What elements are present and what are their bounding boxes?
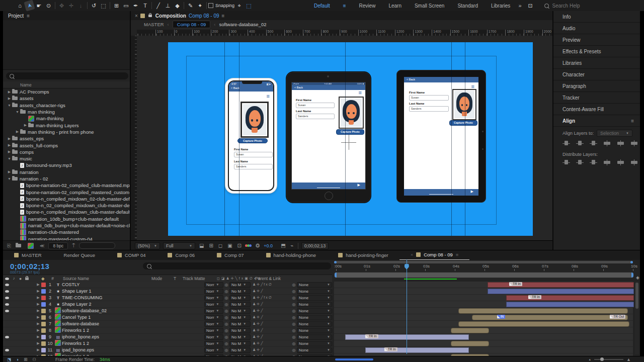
layer-marker[interactable]: TR Out	[610, 315, 625, 319]
layer-visibility-toggle[interactable]	[3, 302, 11, 307]
time-ruler[interactable]: :00s01s02s03s04s05s06s07s08s09s10s	[334, 264, 633, 271]
track-matte-dropdown[interactable]: No M▼	[229, 315, 251, 320]
brainstorm-icon[interactable]: ⚇	[32, 357, 36, 362]
panel-menu-icon[interactable]: ≡	[631, 118, 634, 124]
distribute-top-icon[interactable]	[562, 159, 570, 165]
layer-switches[interactable]: ♟✛╱	[251, 322, 291, 326]
lock-icon[interactable]	[148, 15, 152, 17]
layer-switches[interactable]: ♟✛╱	[251, 328, 291, 332]
project-tree-item[interactable]: ♪bensound-sunny.mp3	[3, 162, 130, 168]
parent-link-dropdown[interactable]: None▼	[297, 334, 332, 340]
layer-twirl[interactable]: ▶	[35, 289, 41, 293]
layer-row[interactable]: ▶10Fireworks 1 2Norr▼◎No M▼♟✛╱◎None▼	[3, 340, 332, 347]
dock-panel-character[interactable]: Character	[553, 69, 640, 80]
project-tree-item[interactable]: ▶assets_full-comps	[3, 142, 130, 148]
dock-panel-preview[interactable]: Preview	[553, 34, 640, 46]
distribute-center-v-icon[interactable]	[576, 159, 584, 165]
layer-visibility-toggle[interactable]	[3, 295, 11, 300]
track-matte-dropdown[interactable]: No M▼	[229, 334, 251, 340]
mask-visibility-icon[interactable]: ◻	[217, 243, 223, 248]
blend-mode-dropdown[interactable]: Norr▼	[204, 315, 223, 320]
layer-name[interactable]: software-database_02	[62, 308, 204, 313]
parent-pick-whip-icon[interactable]: ◎	[291, 283, 297, 287]
blend-mode-dropdown[interactable]: Norr▼	[204, 308, 223, 314]
matte-pick-whip-icon[interactable]: ◎	[223, 296, 229, 300]
dock-panel-audio[interactable]: Audio	[553, 23, 640, 34]
help-search[interactable]	[544, 3, 609, 9]
parent-link-dropdown[interactable]: None▼	[297, 282, 332, 288]
layer-color-chip[interactable]	[41, 302, 46, 307]
source-name-column-label[interactable]: Source Name	[57, 276, 151, 281]
type-tool[interactable]: T	[140, 1, 150, 10]
pen-tool[interactable]: ✒	[131, 1, 140, 10]
interpret-footage-icon[interactable]: ⎘	[7, 243, 11, 249]
project-tree-item[interactable]: ▶man thinking - print from phone	[3, 129, 130, 135]
workspace-overflow[interactable]: »	[518, 3, 521, 9]
blend-mode-dropdown[interactable]: Norr▼	[204, 341, 223, 346]
project-tree-item[interactable]: ▶comps	[3, 149, 130, 155]
panel-menu-icon[interactable]: ≡	[222, 13, 225, 19]
rulers-icon[interactable]: ⊡	[236, 243, 243, 248]
project-tree-item[interactable]: ▶assets	[3, 95, 130, 102]
project-tree-item[interactable]: ♪bpone-narration-02_compiled_mastered_cu…	[3, 189, 130, 195]
timeline-vertical-scrollbar[interactable]	[635, 282, 639, 354]
layer-duration-bar[interactable]	[458, 308, 628, 314]
dolly-camera-tool[interactable]: ↓	[76, 1, 86, 10]
layer-switches[interactable]: ♟✛╱fx∅	[251, 283, 291, 287]
layer-track[interactable]: TR In	[334, 282, 633, 288]
project-search[interactable]	[6, 72, 128, 79]
layer-color-chip[interactable]	[41, 348, 46, 352]
layer-duration-bar[interactable]	[506, 302, 634, 307]
layer-name[interactable]: iphone_bpone.eps	[62, 334, 204, 339]
workspace-learn[interactable]: Learn	[388, 3, 401, 9]
blend-mode-dropdown[interactable]: Norr▼	[204, 302, 223, 307]
layer-visibility-toggle[interactable]	[3, 347, 11, 352]
layer-row[interactable]: ▶5software-database_02Norr▼◎No M▼♟✛╱◎Non…	[3, 308, 332, 314]
align-right-icon[interactable]	[590, 140, 597, 146]
layer-visibility-toggle[interactable]	[3, 308, 11, 313]
layer-twirl[interactable]: ▶	[35, 335, 41, 339]
layer-marker[interactable]: IN	[497, 315, 506, 319]
layer-visibility-toggle[interactable]	[3, 289, 11, 294]
panel-menu-icon[interactable]: ≡	[27, 13, 30, 19]
t-column-label[interactable]: T	[174, 276, 183, 281]
layer-twirl[interactable]: ▶	[35, 322, 41, 326]
track-matte-dropdown[interactable]: No M▼	[229, 347, 251, 353]
exposure-value[interactable]: +0.0	[264, 243, 273, 248]
layer-visibility-toggle[interactable]	[3, 334, 11, 339]
frame-blending-icon[interactable]: ⬔	[7, 357, 11, 362]
workspace-default[interactable]: Default	[314, 3, 330, 9]
parent-link-dropdown[interactable]: None▼	[297, 321, 332, 327]
composition-viewport[interactable]: 4:57 ▮▯▸ < Back ≡ Capture Photo First Na…	[137, 36, 552, 240]
project-tree-item[interactable]: ▼narration - 02	[3, 175, 130, 182]
timeline-horizontal-scroll-indicator[interactable]	[335, 358, 373, 360]
parent-link-dropdown[interactable]: None▼	[297, 341, 332, 346]
layer-track[interactable]	[334, 288, 633, 295]
dock-panel-effects-presets[interactable]: Effects & Presets	[553, 46, 640, 57]
breadcrumb-child[interactable]: software-database_02	[219, 22, 267, 27]
project-tree-item[interactable]: narrati_0db_bump+club-master-default+noi…	[3, 222, 130, 229]
layer-row[interactable]: ▶3TTIME-CONSUMINGNorr▼◎No M▼♟✛╱fx∅◎None▼	[3, 295, 332, 301]
new-composition-icon[interactable]	[28, 243, 34, 249]
dock-panel-paragraph[interactable]: Paragraph	[553, 80, 640, 92]
pan-behind-tool[interactable]: ⊞	[112, 1, 121, 10]
layer-switches[interactable]: ♟✛╱	[251, 309, 291, 313]
timeline-zoom-control[interactable]: ▲ ▲	[588, 357, 631, 362]
project-tree-item[interactable]: ♪bpone-n_compiled_mixdown_02-club-master…	[3, 196, 130, 202]
blend-mode-dropdown[interactable]: Norr▼	[204, 328, 223, 333]
layer-name[interactable]: TIME-CONSUMING	[62, 295, 204, 300]
layer-switches[interactable]: ♟✛╱fx∅	[251, 296, 291, 300]
guides-icon[interactable]: ▣	[226, 243, 233, 248]
audio-column-icon[interactable]: ♪	[11, 276, 17, 281]
layer-name[interactable]: COSTLY	[62, 282, 204, 287]
layer-track[interactable]: TR In	[334, 334, 633, 340]
project-tree-item[interactable]: ▼assets_character-rigs	[3, 102, 130, 109]
track-matte-dropdown[interactable]: No M▼	[229, 289, 251, 294]
track-matte-dropdown[interactable]: No M▼	[229, 282, 251, 288]
shape-tool[interactable]: ▭	[121, 1, 131, 10]
layer-name[interactable]: software-database	[62, 321, 204, 326]
workspace-menu-icon[interactable]: ≡	[343, 3, 346, 9]
lock-column-icon[interactable]	[24, 276, 30, 281]
project-panel-tab[interactable]: Project ≡	[3, 11, 130, 20]
project-tree-item[interactable]: ▼music	[3, 155, 130, 162]
